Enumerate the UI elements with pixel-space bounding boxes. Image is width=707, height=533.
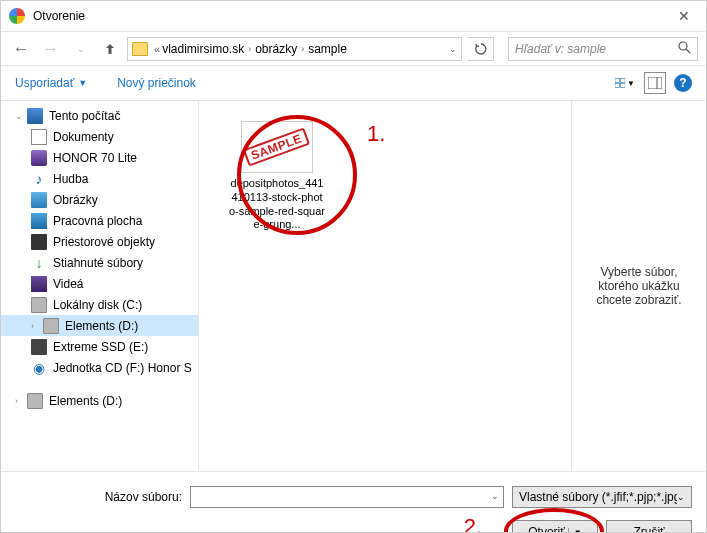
file-list[interactable]: SAMPLE depositphotos_441410113-stock-pho…: [199, 101, 571, 471]
dialog-title: Otvorenie: [33, 9, 670, 23]
filetype-filter[interactable]: Vlastné súbory (*.jfif;*.pjp;*.jpg; ⌄: [512, 486, 692, 508]
chevron-down-icon[interactable]: ⌄: [491, 491, 499, 501]
address-bar: ← → ⌄ « vladimirsimo.sk › obrázky › samp…: [1, 31, 706, 65]
preview-pane: Vyberte súbor, ktorého ukážku chcete zob…: [571, 101, 706, 471]
view-mode-button[interactable]: ▼: [614, 72, 636, 94]
file-item[interactable]: SAMPLE depositphotos_441410113-stock-pho…: [229, 121, 325, 232]
app-icon: [9, 8, 25, 24]
search-icon[interactable]: [678, 41, 691, 57]
close-icon[interactable]: ✕: [670, 4, 698, 28]
preview-pane-button[interactable]: [644, 72, 666, 94]
tree-item-extreme-ssd[interactable]: Extreme SSD (E:): [1, 336, 198, 357]
pictures-icon: [31, 192, 47, 208]
tree-item-pictures[interactable]: Obrázky: [1, 189, 198, 210]
disk-icon: [43, 318, 59, 334]
desktop-icon: [31, 213, 47, 229]
phone-icon: [31, 150, 47, 166]
cancel-button[interactable]: Zrušiť: [606, 520, 692, 533]
svg-rect-6: [648, 77, 662, 89]
cd-icon: ◉: [31, 360, 47, 376]
tree-item-videos[interactable]: Videá: [1, 273, 198, 294]
breadcrumb[interactable]: « vladimirsimo.sk › obrázky › sample ⌄: [127, 37, 462, 61]
breadcrumb-part[interactable]: sample: [308, 42, 347, 56]
file-name: depositphotos_441410113-stock-photo-samp…: [229, 177, 325, 232]
filename-label: Názov súboru:: [15, 490, 190, 504]
chevron-down-icon[interactable]: ⌄: [449, 44, 457, 54]
forward-button: →: [39, 37, 63, 61]
footer: Názov súboru: ⌄ Vlastné súbory (*.jfif;*…: [1, 471, 706, 533]
chevron-right-icon: ›: [301, 44, 304, 54]
breadcrumb-part[interactable]: obrázky: [255, 42, 297, 56]
tree-item-documents[interactable]: Dokumenty: [1, 126, 198, 147]
titlebar: Otvorenie ✕: [1, 1, 706, 31]
tree-item-music[interactable]: ♪Hudba: [1, 168, 198, 189]
chevron-down-icon[interactable]: ▼: [568, 528, 582, 534]
tree-item-elements-d[interactable]: ›Elements (D:): [1, 315, 198, 336]
organize-menu[interactable]: Usporiadať▼: [15, 76, 87, 90]
folder-icon: [132, 42, 148, 56]
toolbar: Usporiadať▼ Nový priečinok ▼ ?: [1, 65, 706, 101]
svg-rect-4: [615, 84, 619, 88]
video-icon: [31, 276, 47, 292]
svg-point-0: [679, 42, 687, 50]
document-icon: [31, 129, 47, 145]
annotation-number: 2.: [464, 514, 482, 533]
tree-item-local-c[interactable]: Lokálny disk (C:): [1, 294, 198, 315]
tree-item-desktop[interactable]: Pracovná plocha: [1, 210, 198, 231]
tree-item-phone[interactable]: HONOR 70 Lite: [1, 147, 198, 168]
content-area: SAMPLE depositphotos_441410113-stock-pho…: [199, 101, 706, 471]
pc-icon: [27, 108, 43, 124]
search-placeholder: Hľadať v: sample: [515, 42, 606, 56]
disk-icon: [27, 393, 43, 409]
back-button[interactable]: ←: [9, 37, 33, 61]
svg-rect-5: [621, 84, 625, 88]
chevron-right-icon: ›: [248, 44, 251, 54]
up-button[interactable]: [99, 38, 121, 60]
chevron-down-icon: ▼: [78, 78, 87, 88]
music-icon: ♪: [31, 171, 47, 187]
new-folder-button[interactable]: Nový priečinok: [117, 76, 196, 90]
navigation-tree[interactable]: ⌄Tento počítač Dokumenty HONOR 70 Lite ♪…: [1, 101, 199, 471]
disk-icon: [31, 297, 47, 313]
main-area: ⌄Tento počítač Dokumenty HONOR 70 Lite ♪…: [1, 101, 706, 471]
tree-item-downloads[interactable]: ↓Stiahnuté súbory: [1, 252, 198, 273]
annotation-number: 1.: [367, 121, 385, 147]
filename-input[interactable]: ⌄: [190, 486, 504, 508]
chevron-down-icon: ⌄: [677, 492, 685, 502]
history-dropdown[interactable]: ⌄: [69, 37, 93, 61]
help-button[interactable]: ?: [674, 74, 692, 92]
download-icon: ↓: [31, 255, 47, 271]
breadcrumb-part[interactable]: vladimirsimo.sk: [162, 42, 244, 56]
file-thumbnail: SAMPLE: [241, 121, 313, 173]
ssd-icon: [31, 339, 47, 355]
tree-item-this-pc[interactable]: ⌄Tento počítač: [1, 105, 198, 126]
sample-stamp: SAMPLE: [243, 127, 310, 166]
preview-hint: Vyberte súbor, ktorého ukážku chcete zob…: [582, 265, 696, 307]
open-button[interactable]: Otvoriť▼: [512, 520, 598, 533]
tree-item-3d-objects[interactable]: Priestorové objekty: [1, 231, 198, 252]
tree-item-elements-d-root[interactable]: ›Elements (D:): [1, 390, 198, 411]
svg-rect-2: [615, 79, 619, 83]
svg-line-1: [686, 49, 690, 53]
search-input[interactable]: Hľadať v: sample: [508, 37, 698, 61]
tree-item-cd-drive[interactable]: ◉Jednotka CD (F:) Honor S: [1, 357, 198, 378]
svg-rect-3: [621, 79, 625, 83]
objects3d-icon: [31, 234, 47, 250]
refresh-button[interactable]: [468, 37, 494, 61]
